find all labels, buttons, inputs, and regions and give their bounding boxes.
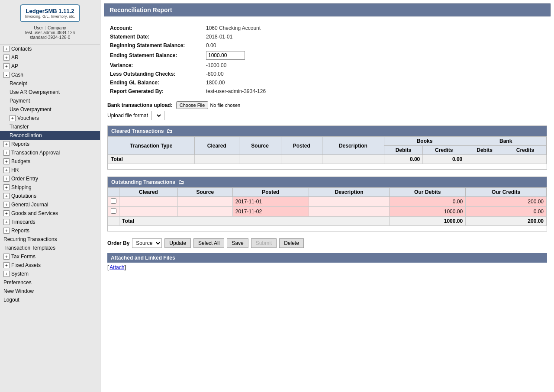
row2-checkbox[interactable]: [111, 208, 116, 214]
sidebar-item-recurring-transactions[interactable]: Recurring Transactions: [0, 235, 100, 244]
col-books: Books: [384, 137, 465, 146]
expand-transaction-approval-icon: +: [3, 150, 10, 156]
sidebar-item-hr[interactable]: + HR: [0, 166, 100, 174]
sidebar-item-receipt[interactable]: Receipt: [0, 79, 100, 88]
format-row: Upload file format: [107, 111, 547, 120]
user-label: User: [34, 26, 43, 30]
sidebar-item-ar[interactable]: + AR: [0, 53, 100, 62]
format-dropdown[interactable]: [154, 112, 162, 119]
upload-label: Bank transactions upload:: [107, 102, 173, 108]
sidebar-item-fixed-assets[interactable]: + Fixed Assets: [0, 261, 100, 270]
outstanding-transactions-header: Outstanding Transactions 🗂: [108, 177, 547, 187]
sidebar-item-general-journal[interactable]: + General Journal: [0, 200, 100, 209]
account-label: Account:: [108, 24, 203, 32]
expand-quotations-icon: +: [3, 193, 10, 199]
expand-general-journal-icon: +: [3, 202, 10, 208]
less-outstanding-value: -800.00: [204, 70, 267, 78]
report-toolbar: Order By Source Update Select All Save S…: [107, 238, 547, 248]
sidebar-item-transfer[interactable]: Transfer: [0, 122, 100, 131]
row1-checkbox[interactable]: [111, 198, 116, 204]
statement-date-value: 2018-01-01: [204, 33, 267, 41]
sidebar-item-reports[interactable]: + Reports: [0, 140, 100, 148]
sidebar-item-use-ar-overpayment[interactable]: Use AR Overpayment: [0, 88, 100, 96]
sidebar-item-shipping[interactable]: + Shipping: [0, 183, 100, 192]
expand-fixed-assets-icon: +: [3, 262, 10, 268]
sidebar-item-system[interactable]: + System: [0, 270, 100, 278]
col-books-credits: Credits: [423, 146, 465, 155]
col-source: Source: [239, 137, 281, 155]
col-bank-credits: Credits: [504, 146, 546, 155]
sidebar-item-tax-forms[interactable]: + Tax Forms: [0, 252, 100, 261]
sidebar-item-new-window[interactable]: New Window: [0, 287, 100, 296]
sidebar-item-goods-and-services[interactable]: + Goods and Services: [0, 209, 100, 218]
select-all-button[interactable]: Select All: [193, 238, 224, 248]
app-subtitle: Invoicing, G/L, Inventory, etc.: [25, 14, 75, 19]
delete-button[interactable]: Delete: [279, 238, 304, 248]
expand-ap-icon: +: [3, 63, 10, 69]
format-label: Upload file format: [107, 112, 148, 119]
submit-button[interactable]: Submit: [251, 238, 277, 248]
sidebar-item-payment[interactable]: Payment: [0, 96, 100, 105]
sidebar-item-logout[interactable]: Logout: [0, 296, 100, 304]
outstanding-total-row: Total 1000.00 200.00: [108, 217, 547, 226]
expand-reports-icon: +: [3, 141, 10, 147]
col-out-description: Description: [309, 188, 390, 197]
less-outstanding-label: Less Outstanding Checks:: [108, 70, 203, 78]
sidebar-item-preferences[interactable]: Preferences: [0, 278, 100, 287]
cleared-total-debits: 0.00: [384, 155, 423, 164]
sidebar-item-quotations[interactable]: + Quotations: [0, 192, 100, 200]
update-button[interactable]: Update: [164, 238, 191, 248]
sidebar-item-timecards[interactable]: + Timecards: [0, 218, 100, 226]
file-upload-input[interactable]: [176, 101, 267, 109]
outstanding-total-debits: 1000.00: [390, 217, 466, 226]
attached-files-section: Attached and Linked Files [Attach]: [107, 253, 547, 270]
row1-debits: 0.00: [390, 197, 466, 207]
save-button[interactable]: Save: [227, 238, 248, 248]
outstanding-transactions-title: Outstanding Transactions: [111, 179, 175, 185]
sidebar-logo: LedgerSMB 1.11.2 Invoicing, G/L, Invento…: [0, 0, 100, 45]
report-generated-label: Report Generated By:: [108, 87, 203, 95]
sidebar-item-cash[interactable]: - Cash: [0, 71, 100, 79]
ending-gl-value: 1800.00: [204, 79, 267, 87]
outstanding-transactions-section: Outstanding Transactions 🗂 Cleared Sourc…: [107, 177, 547, 231]
sidebar-item-order-entry[interactable]: + Order Entry: [0, 174, 100, 183]
order-by-select[interactable]: Source: [132, 238, 162, 248]
ending-balance-field[interactable]: [206, 51, 245, 60]
attach-link[interactable]: Attach: [109, 264, 124, 270]
expand-vouchers-icon: +: [10, 115, 16, 121]
ending-balance-label: Ending Statement Balance:: [108, 50, 203, 61]
col-cleared: Cleared: [194, 137, 239, 155]
row1-posted: 2017-11-01: [232, 197, 309, 207]
sidebar-item-ap[interactable]: + AP: [0, 62, 100, 71]
cleared-transactions-section: Cleared Transactions 🗂 Transaction Type …: [107, 125, 547, 170]
cleared-edit-icon[interactable]: 🗂: [166, 128, 172, 135]
expand-timecards-icon: +: [3, 219, 10, 225]
expand-tax-forms-icon: +: [3, 254, 10, 260]
col-bank: Bank: [465, 137, 547, 146]
row2-debits: 1000.00: [390, 207, 466, 217]
sidebar-item-reports2[interactable]: + Reports: [0, 226, 100, 235]
outstanding-edit-icon[interactable]: 🗂: [178, 179, 184, 186]
expand-ar-icon: +: [3, 55, 10, 61]
col-out-cleared: Cleared: [119, 188, 178, 197]
format-select[interactable]: [151, 111, 164, 120]
sidebar-item-use-overpayment[interactable]: Use Overpayment: [0, 105, 100, 114]
variance-value: -1000.00: [204, 61, 267, 69]
col-out-debits: Our Debits: [390, 188, 466, 197]
ending-balance-input[interactable]: [204, 50, 267, 61]
outstanding-transactions-table: Cleared Source Posted Description Our De…: [108, 187, 547, 226]
app-name: LedgerSMB 1.11.2: [25, 8, 75, 14]
sidebar-item-contacts[interactable]: + Contacts: [0, 45, 100, 53]
sidebar-item-vouchers[interactable]: + Vouchers: [0, 114, 100, 122]
sidebar-item-transaction-templates[interactable]: Transaction Templates: [0, 244, 100, 252]
account-value: 1060 Checking Account: [204, 24, 267, 32]
sidebar-item-reconciliation[interactable]: Reconciliation: [0, 131, 100, 140]
col-transaction-type: Transaction Type: [108, 137, 195, 155]
sidebar-item-budgets[interactable]: + Budgets: [0, 157, 100, 166]
sidebar-item-transaction-approval[interactable]: + Transaction Approval: [0, 148, 100, 157]
report-body: Account: 1060 Checking Account Statement…: [100, 20, 554, 274]
company-value: standard-3934-126-0: [4, 35, 96, 40]
cleared-transactions-title: Cleared Transactions: [111, 128, 164, 134]
col-description: Description: [322, 137, 384, 155]
report-info-table: Account: 1060 Checking Account Statement…: [107, 23, 268, 96]
